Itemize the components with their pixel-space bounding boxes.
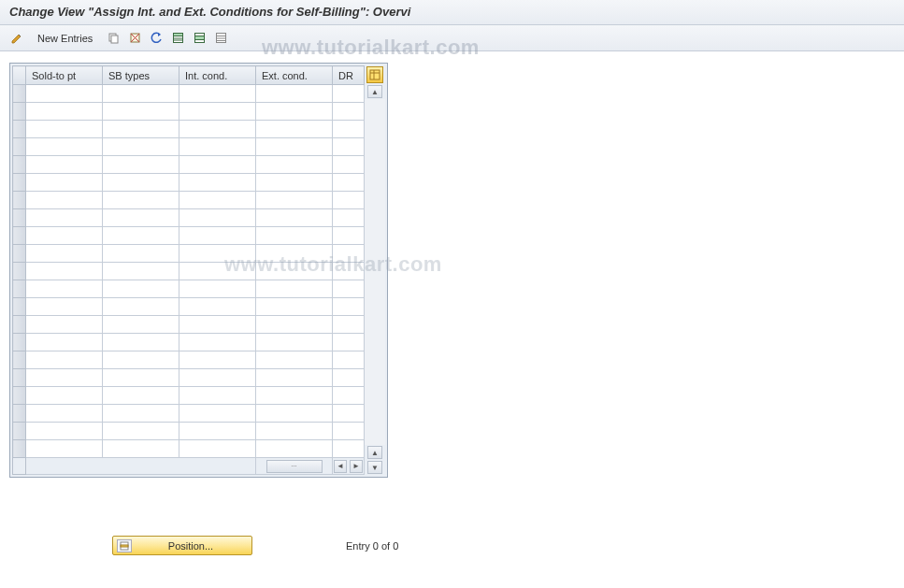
cell[interactable] xyxy=(256,245,333,263)
cell[interactable] xyxy=(26,245,103,263)
cell[interactable] xyxy=(26,138,103,156)
cell[interactable] xyxy=(333,121,365,138)
cell[interactable] xyxy=(103,387,179,405)
cell[interactable] xyxy=(179,156,256,174)
cell[interactable] xyxy=(333,174,365,192)
cell[interactable] xyxy=(179,405,256,423)
cell[interactable] xyxy=(103,209,179,227)
cell[interactable] xyxy=(179,369,256,387)
cell[interactable] xyxy=(103,138,179,156)
cell[interactable] xyxy=(179,227,256,245)
cell[interactable] xyxy=(26,227,103,245)
cell[interactable] xyxy=(26,316,103,334)
cell[interactable] xyxy=(256,156,333,174)
cell[interactable] xyxy=(333,387,365,405)
row-selector[interactable] xyxy=(13,227,26,245)
cell[interactable] xyxy=(179,298,256,316)
cell[interactable] xyxy=(333,85,365,103)
cell[interactable] xyxy=(179,440,256,458)
cell[interactable] xyxy=(256,209,333,227)
cell[interactable] xyxy=(179,263,256,280)
row-selector[interactable] xyxy=(13,316,26,334)
table-row[interactable] xyxy=(13,192,365,209)
row-selector[interactable] xyxy=(13,298,26,316)
cell[interactable] xyxy=(26,280,103,298)
delete-icon[interactable] xyxy=(125,29,144,48)
cell[interactable] xyxy=(26,405,103,423)
row-selector[interactable] xyxy=(13,440,26,458)
column-header-ext-cond[interactable]: Ext. cond. xyxy=(256,66,333,85)
cell[interactable] xyxy=(26,298,103,316)
row-selector[interactable] xyxy=(13,209,26,227)
cell[interactable] xyxy=(256,192,333,209)
cell[interactable] xyxy=(103,85,179,103)
table-row[interactable] xyxy=(13,227,365,245)
table-row[interactable] xyxy=(13,351,365,369)
table-row[interactable] xyxy=(13,369,365,387)
cell[interactable] xyxy=(103,103,179,121)
cell[interactable] xyxy=(179,85,256,103)
cell[interactable] xyxy=(26,192,103,209)
vscroll-track[interactable] xyxy=(365,99,385,445)
column-header-int-cond[interactable]: Int. cond. xyxy=(179,66,256,85)
cell[interactable] xyxy=(26,440,103,458)
cell[interactable] xyxy=(179,280,256,298)
cell[interactable] xyxy=(256,138,333,156)
cell[interactable] xyxy=(103,351,179,369)
table-settings-icon[interactable] xyxy=(366,66,383,83)
column-header-dr[interactable]: DR xyxy=(333,66,365,85)
select-block-icon[interactable] xyxy=(190,29,208,48)
cell[interactable] xyxy=(179,209,256,227)
cell[interactable] xyxy=(333,103,365,121)
cell[interactable] xyxy=(26,121,103,138)
cell[interactable] xyxy=(26,369,103,387)
table-row[interactable] xyxy=(13,440,365,458)
cell[interactable] xyxy=(179,192,256,209)
position-button[interactable]: Position... xyxy=(112,536,252,555)
cell[interactable] xyxy=(333,227,365,245)
table-row[interactable] xyxy=(13,103,365,121)
cell[interactable] xyxy=(103,263,179,280)
table-row[interactable] xyxy=(13,121,365,138)
cell[interactable] xyxy=(103,423,179,440)
cell[interactable] xyxy=(333,369,365,387)
row-selector[interactable] xyxy=(13,103,26,121)
cell[interactable] xyxy=(333,192,365,209)
corner-cell[interactable] xyxy=(13,66,26,85)
copy-as-icon[interactable] xyxy=(104,29,122,48)
cell[interactable] xyxy=(333,156,365,174)
cell[interactable] xyxy=(26,85,103,103)
row-selector[interactable] xyxy=(13,423,26,440)
cell[interactable] xyxy=(26,334,103,351)
cell[interactable] xyxy=(103,174,179,192)
table-row[interactable] xyxy=(13,334,365,351)
cell[interactable] xyxy=(26,423,103,440)
table-row[interactable] xyxy=(13,387,365,405)
row-selector[interactable] xyxy=(13,245,26,263)
data-table[interactable]: Sold-to pt SB types Int. cond. Ext. cond… xyxy=(12,65,365,475)
change-display-icon[interactable] xyxy=(7,29,26,48)
cell[interactable] xyxy=(256,316,333,334)
cell[interactable] xyxy=(26,156,103,174)
row-selector[interactable] xyxy=(13,138,26,156)
vscroll-up-button[interactable]: ▲ xyxy=(367,85,382,98)
row-selector[interactable] xyxy=(13,263,26,280)
hscroll-right-button[interactable]: ► xyxy=(350,460,363,473)
new-entries-button[interactable]: New Entries xyxy=(29,29,101,48)
vscroll-down-button[interactable]: ▼ xyxy=(367,461,382,474)
table-row[interactable] xyxy=(13,423,365,440)
row-selector[interactable] xyxy=(13,351,26,369)
row-selector[interactable] xyxy=(13,174,26,192)
cell[interactable] xyxy=(179,103,256,121)
cell[interactable] xyxy=(333,298,365,316)
row-selector[interactable] xyxy=(13,334,26,351)
cell[interactable] xyxy=(26,209,103,227)
cell[interactable] xyxy=(256,103,333,121)
table-row[interactable] xyxy=(13,209,365,227)
table-row[interactable] xyxy=(13,245,365,263)
table-row[interactable] xyxy=(13,316,365,334)
cell[interactable] xyxy=(179,316,256,334)
cell[interactable] xyxy=(256,369,333,387)
cell[interactable] xyxy=(256,298,333,316)
cell[interactable] xyxy=(256,423,333,440)
